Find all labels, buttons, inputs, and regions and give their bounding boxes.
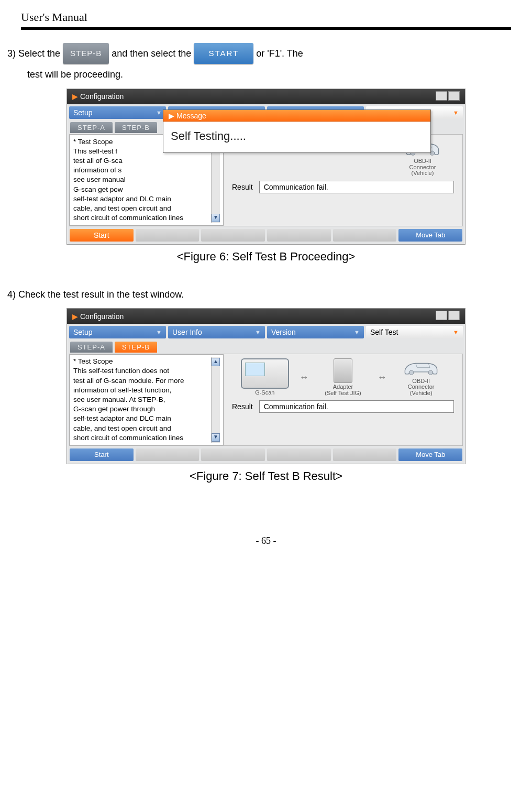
chevron-down-icon: ▼ (453, 329, 459, 335)
figure-6-screenshot: ▶Configuration Setup▼ User Info▼ Version… (66, 89, 465, 245)
work-area: * Test Scope This self-test f test all o… (69, 134, 463, 226)
result-label: Result (232, 183, 253, 191)
window-buttons (435, 91, 460, 102)
maximize-icon[interactable] (436, 311, 447, 320)
close-icon[interactable] (448, 311, 460, 320)
empty-button-4 (333, 448, 397, 461)
gscan-icon (241, 358, 289, 389)
step-a-tab[interactable]: STEP-A (70, 342, 113, 353)
step-4-text: 4) Check the test result in the test win… (7, 284, 511, 305)
svg-point-2 (409, 370, 414, 375)
empty-button-2 (201, 229, 265, 242)
window-title: Configuration (80, 92, 124, 101)
gscan-device: G-Scan (234, 358, 296, 396)
figure-7-screenshot: ▶Configuration Setup▼ User Info▼ Version… (66, 308, 465, 464)
tab-setup-label: Setup (73, 108, 93, 117)
scroll-down-icon[interactable]: ▼ (212, 214, 220, 222)
start-inline-button-image: START (194, 43, 253, 64)
triangle-icon: ▶ (169, 112, 174, 120)
connection-diagram: G-Scan ↔ Adapter(Self Test JIG) ↔ (224, 354, 462, 445)
tab-setup[interactable]: Setup▼ (69, 106, 166, 119)
result-value: Communication fail. (259, 400, 454, 413)
chevron-down-icon: ▼ (255, 329, 261, 335)
top-tabs: Setup▼ User Info▼ Version▼ Self Test▼ (67, 324, 465, 341)
bottom-bar: Start Move Tab (67, 446, 465, 464)
empty-button-1 (136, 448, 199, 461)
test-scope-panel: * Test Scope This self-test function doe… (70, 354, 224, 445)
triangle-icon: ▶ (72, 92, 78, 101)
figure-7-caption: <Figure 7: Self Test B Result> (21, 469, 511, 483)
triangle-icon: ▶ (72, 312, 78, 321)
svg-point-3 (428, 370, 433, 375)
close-icon[interactable] (448, 91, 460, 101)
gscan-label: G-Scan (255, 390, 274, 396)
arrow-icon: ↔ (378, 372, 387, 383)
message-titlebar: ▶Message (163, 110, 430, 122)
message-body: Self Testing..... (163, 122, 430, 152)
step3-line2: test will be proceeding. (27, 64, 511, 85)
start-button[interactable]: Start (70, 229, 134, 242)
tab-version-label: Version (271, 328, 296, 336)
tab-self-test[interactable]: Self Test▼ (366, 326, 463, 338)
empty-button-3 (267, 448, 331, 461)
move-tab-button[interactable]: Move Tab (398, 448, 462, 461)
tab-version[interactable]: Version▼ (267, 326, 364, 338)
empty-button-4 (333, 229, 397, 242)
chevron-down-icon: ▼ (156, 110, 162, 116)
adapter-device: Adapter(Self Test JIG) (312, 358, 374, 396)
scroll-up-icon[interactable]: ▲ (212, 358, 220, 366)
obd-label: OBD-IIConnector(Vehicle) (409, 158, 436, 177)
adapter-icon (334, 358, 352, 383)
result-row: Result Communication fail. (232, 400, 454, 413)
empty-button-1 (136, 229, 199, 242)
empty-button-2 (201, 448, 265, 461)
figure-6-caption: <Figure 6: Self Test B Proceeding> (21, 250, 511, 264)
work-area: * Test Scope This self-test function doe… (69, 354, 463, 446)
step3-pre: 3) Select the (7, 48, 63, 59)
bottom-bar: Start Move Tab (67, 226, 465, 244)
move-tab-button[interactable]: Move Tab (398, 229, 462, 242)
page-header: User's Manual (21, 10, 511, 29)
arrow-icon: ↔ (299, 372, 308, 383)
car-device: OBD-IIConnector(Vehicle) (390, 358, 452, 396)
step-a-tab[interactable]: STEP-A (70, 122, 113, 133)
empty-button-3 (267, 229, 331, 242)
step3-post: or 'F1'. The (256, 48, 303, 59)
connection-diagram: OBD-IIConnector(Vehicle) Result Communic… (224, 135, 462, 226)
start-button[interactable]: Start (70, 448, 134, 461)
page-number: - 65 - (21, 535, 511, 546)
chevron-down-icon: ▼ (156, 329, 162, 335)
result-label: Result (232, 402, 253, 411)
maximize-icon[interactable] (436, 91, 447, 101)
step-b-tab-active[interactable]: STEP-B (115, 342, 157, 353)
car-icon (392, 358, 450, 377)
tab-user-info[interactable]: User Info▼ (168, 326, 265, 338)
tab-user-info-label: User Info (172, 328, 202, 336)
window-buttons (435, 311, 460, 322)
step-tabs: STEP-A STEP-B (67, 341, 465, 354)
step-b-inline-button-image: STEP-B (63, 43, 109, 64)
tab-self-test-label: Self Test (370, 328, 398, 336)
test-scope-text: * Test Scope This self-test function doe… (73, 357, 211, 443)
window-titlebar: ▶Configuration (67, 309, 465, 324)
adapter-label: Adapter(Self Test JIG) (325, 384, 361, 396)
step-b-tab[interactable]: STEP-B (115, 122, 157, 133)
message-dialog: ▶Message Self Testing..... (163, 110, 431, 153)
message-title: Message (176, 112, 206, 120)
scrollbar[interactable]: ▲▼ (211, 357, 220, 443)
obd-label: OBD-IIConnector(Vehicle) (408, 378, 435, 397)
result-value: Communication fail. (259, 181, 454, 193)
chevron-down-icon: ▼ (354, 329, 360, 335)
scroll-down-icon[interactable]: ▼ (212, 433, 220, 442)
chevron-down-icon: ▼ (453, 110, 459, 116)
window-titlebar: ▶Configuration (67, 89, 465, 104)
tab-setup[interactable]: Setup▼ (69, 326, 166, 338)
step-3-text: 3) Select the STEP-B and then select the… (7, 43, 511, 85)
tab-setup-label: Setup (73, 328, 93, 336)
window-title: Configuration (80, 312, 124, 321)
result-row: Result Communication fail. (232, 181, 454, 193)
step3-mid: and then select the (112, 48, 194, 59)
